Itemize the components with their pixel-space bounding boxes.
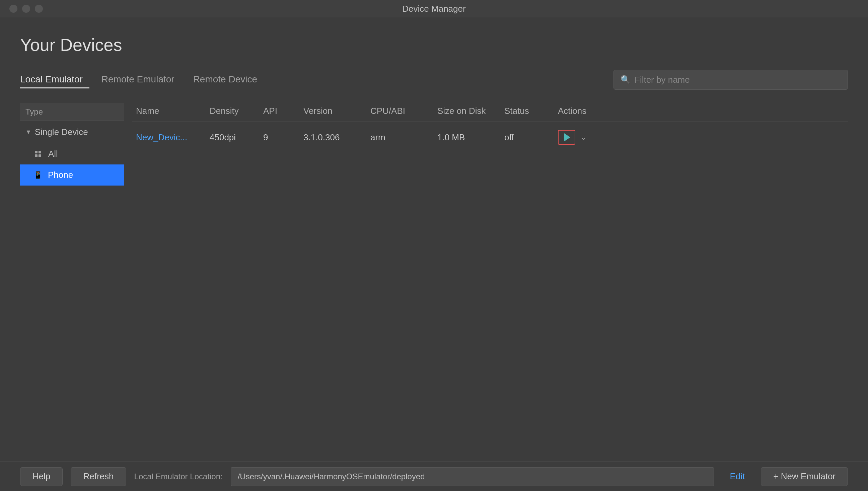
col-name: Name	[132, 106, 206, 116]
location-label: Local Emulator Location:	[134, 472, 223, 481]
edit-link[interactable]: Edit	[730, 471, 745, 482]
col-status: Status	[500, 106, 554, 116]
phone-label: Phone	[48, 170, 73, 180]
search-icon: 🔍	[621, 75, 631, 84]
col-version: Version	[299, 106, 366, 116]
single-device-label: Single Device	[35, 127, 88, 137]
tab-local-emulator[interactable]: Local Emulator	[20, 71, 89, 88]
all-icon	[35, 151, 43, 157]
main-content: Your Devices Local Emulator Remote Emula…	[0, 18, 868, 462]
device-actions: ⌄	[554, 130, 848, 145]
table-header: Name Density API Version CPU/ABI Size on…	[132, 100, 848, 122]
content-area: Type ▼ Single Device All 📱 Phone Name	[20, 100, 848, 462]
table-area: Name Density API Version CPU/ABI Size on…	[124, 100, 848, 462]
window-title: Device Manager	[402, 4, 466, 14]
col-size: Size on Disk	[433, 106, 500, 116]
play-button[interactable]	[558, 130, 575, 145]
device-version: 3.1.0.306	[299, 132, 366, 143]
filter-wrapper: 🔍	[613, 70, 848, 90]
sidebar-type-header: Type	[20, 103, 124, 121]
table-row: New_Devic... 450dpi 9 3.1.0.306 arm 1.0 …	[132, 122, 848, 153]
refresh-button[interactable]: Refresh	[71, 467, 126, 486]
col-cpuabi: CPU/ABI	[366, 106, 433, 116]
tab-remote-emulator[interactable]: Remote Emulator	[101, 71, 181, 88]
device-size: 1.0 MB	[433, 132, 500, 143]
close-button[interactable]	[9, 5, 18, 13]
traffic-lights	[9, 5, 43, 13]
page-title: Your Devices	[20, 35, 848, 55]
device-cpuabi: arm	[366, 132, 433, 143]
sidebar: Type ▼ Single Device All 📱 Phone	[20, 100, 124, 462]
sidebar-single-device-header[interactable]: ▼ Single Device	[20, 121, 124, 143]
play-icon	[564, 133, 570, 141]
maximize-button[interactable]	[35, 5, 43, 13]
tab-remote-device[interactable]: Remote Device	[193, 71, 264, 88]
device-api: 9	[259, 132, 299, 143]
phone-icon: 📱	[33, 171, 42, 179]
location-input[interactable]	[231, 467, 714, 486]
all-label: All	[48, 149, 58, 159]
minimize-button[interactable]	[22, 5, 30, 13]
new-emulator-button[interactable]: + New Emulator	[761, 467, 848, 486]
filter-input[interactable]	[635, 75, 841, 85]
sidebar-item-phone[interactable]: 📱 Phone	[20, 165, 124, 185]
col-actions: Actions	[554, 106, 848, 116]
bottom-bar: Help Refresh Local Emulator Location: Ed…	[0, 462, 868, 491]
help-button[interactable]: Help	[20, 467, 63, 486]
device-status: off	[500, 132, 554, 143]
device-name[interactable]: New_Devic...	[132, 132, 206, 143]
tabs-row: Local Emulator Remote Emulator Remote De…	[20, 70, 848, 90]
actions-dropdown-button[interactable]: ⌄	[577, 130, 589, 145]
chevron-down-icon: ▼	[26, 128, 31, 136]
tabs-container: Local Emulator Remote Emulator Remote De…	[20, 71, 276, 88]
device-density: 450dpi	[206, 132, 259, 143]
col-api: API	[259, 106, 299, 116]
col-density: Density	[206, 106, 259, 116]
title-bar: Device Manager	[0, 0, 868, 18]
sidebar-item-all[interactable]: All	[20, 143, 124, 165]
